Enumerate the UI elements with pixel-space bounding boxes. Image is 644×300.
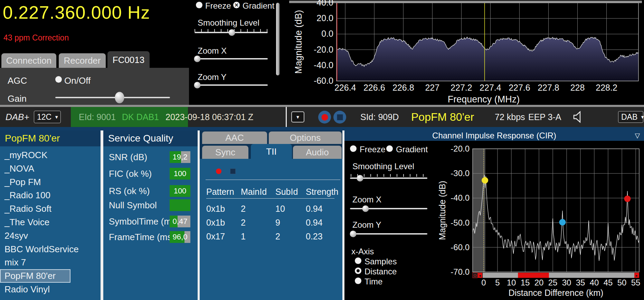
stop-icon xyxy=(337,114,343,120)
tii-cell: 0.23 xyxy=(306,231,323,242)
vertical-scale-slider[interactable] xyxy=(276,3,280,75)
svg-text:-40.0: -40.0 xyxy=(314,60,333,70)
svg-text:-60.0: -60.0 xyxy=(451,243,470,252)
svg-text:227.6: 227.6 xyxy=(509,83,530,92)
metric-value: 19,2 xyxy=(170,151,190,163)
station-list-item[interactable]: _NOVA xyxy=(0,162,101,175)
svg-text:227: 227 xyxy=(425,83,439,92)
spectrum-plot: 226.4226.6226.8227227.2227.4227.6227.822… xyxy=(288,0,644,107)
station-list-item[interactable]: BBC WorldService xyxy=(0,243,101,256)
station-list-item[interactable]: _myROCK xyxy=(0,148,101,162)
svg-text:226.8: 226.8 xyxy=(392,83,414,92)
metric-badge xyxy=(170,199,190,211)
tuner-section: 0.227.360.000 Hz 43 ppm Correction Conne… xyxy=(0,0,189,107)
svg-text:0: 0 xyxy=(481,278,486,287)
record-button[interactable] xyxy=(318,111,331,124)
station-list-item[interactable]: PopFM 80'er xyxy=(0,269,70,283)
metric-badge: 100 xyxy=(170,185,190,197)
tab-sync[interactable]: Sync xyxy=(202,146,248,159)
svg-text:⊙: ⊙ xyxy=(473,273,477,278)
gain-slider-thumb[interactable] xyxy=(115,92,124,103)
tab-recorder[interactable]: Recorder xyxy=(59,53,106,68)
station-list-item[interactable]: Radio Vinyl xyxy=(0,283,101,296)
service-quality-header: Service Quality xyxy=(103,130,198,146)
output-mode-select[interactable]: DAB▼ xyxy=(618,111,643,123)
metric-fill xyxy=(170,199,190,211)
svg-text:0.0: 0.0 xyxy=(321,29,333,38)
zoomx-thumb[interactable] xyxy=(194,56,201,62)
svg-text:55: 55 xyxy=(631,278,641,287)
gain-slider-track xyxy=(55,97,170,98)
tab-fc0013[interactable]: FC0013 xyxy=(107,51,150,68)
service-quality-row: SymbolTime (ms) 0,47 xyxy=(103,216,198,227)
tii-cell: 0x17 xyxy=(206,231,225,242)
spectrum-gradient-checkbox[interactable]: ✕ xyxy=(233,2,240,8)
station-list-item[interactable]: _Radio 100 xyxy=(0,189,101,202)
svg-text:Distance Difference (km): Distance Difference (km) xyxy=(509,288,604,298)
service-quality-row: FrameTime (ms) 96,0 xyxy=(103,231,198,243)
metric-label: SNR (dB) xyxy=(109,151,147,163)
svg-text:45: 45 xyxy=(604,278,613,287)
gain-label: Gain xyxy=(8,93,27,104)
tii-cell: 0.94 xyxy=(306,204,323,214)
smoothing-thumb[interactable] xyxy=(229,29,235,36)
svg-text:-70.0: -70.0 xyxy=(451,267,470,276)
ensemble-name: DK DAB1 xyxy=(122,107,159,127)
record-indicator-icon[interactable] xyxy=(216,169,221,174)
tab-tii[interactable]: TII xyxy=(251,144,292,159)
tii-cell: 2 xyxy=(241,204,246,214)
svg-text:Frequency (MHz): Frequency (MHz) xyxy=(448,94,520,104)
agc-option-label: On/Off xyxy=(64,75,91,86)
svg-text:226.6: 226.6 xyxy=(363,83,385,92)
tii-cell: 1 xyxy=(241,231,246,242)
stop-indicator-icon[interactable] xyxy=(230,169,236,174)
spectrum-zoomy-label: Zoom Y xyxy=(198,72,227,82)
svg-text:228.2: 228.2 xyxy=(596,83,617,92)
bitrate-label: 72 kbps xyxy=(495,107,525,127)
spectrum-zoomy-slider[interactable] xyxy=(195,81,268,89)
tab-connection[interactable]: Connection xyxy=(1,53,56,68)
frequency-display: 0.227.360.000 Hz xyxy=(3,2,150,23)
expand-dropdown-button[interactable]: ▼ xyxy=(291,111,304,122)
svg-text:5: 5 xyxy=(495,278,500,287)
tab-aac[interactable]: AAC xyxy=(202,131,267,144)
service-quality-row: RS (ok %) 100 xyxy=(103,185,198,197)
channel-select[interactable]: 12C▼ xyxy=(34,111,61,123)
service-name: PopFM 80'er xyxy=(411,107,474,127)
station-list-item[interactable]: _The Voice xyxy=(0,216,101,229)
panel-top-strip xyxy=(0,127,644,130)
speaker-icon[interactable] xyxy=(572,111,586,123)
tii-panel: AAC Options Sync TII Audio PatternMainId… xyxy=(200,130,342,300)
spectrum-zoomx-slider[interactable] xyxy=(195,55,268,63)
station-list-item[interactable]: _Pop FM xyxy=(0,175,101,189)
svg-text:-30.0: -30.0 xyxy=(451,169,470,178)
station-list-header: PopFM 80'er xyxy=(0,130,101,146)
svg-text:40: 40 xyxy=(590,278,599,287)
protection-label: EEP 3-A xyxy=(528,107,561,127)
station-list-item[interactable]: mix 7 xyxy=(0,256,101,269)
ppm-correction: 43 ppm Correction xyxy=(3,33,69,43)
svg-text:35: 35 xyxy=(576,278,585,287)
metric-value: 100 xyxy=(170,168,190,180)
zoomy-thumb[interactable] xyxy=(194,82,201,89)
svg-text:-40.0: -40.0 xyxy=(451,193,470,202)
tii-cell: 2 xyxy=(241,218,246,228)
spectrum-zoomx-label: Zoom X xyxy=(198,46,227,56)
panel-separator xyxy=(101,130,103,300)
tab-options[interactable]: Options xyxy=(269,131,342,144)
station-list: _myROCK_NOVA_Pop FM_Radio 100_Radio Soft… xyxy=(0,148,101,296)
agc-radio[interactable] xyxy=(55,76,62,83)
tii-column-header: Strength xyxy=(306,187,339,197)
tab-audio[interactable]: Audio xyxy=(293,146,342,159)
stop-button[interactable] xyxy=(333,111,346,124)
station-list-item[interactable]: 24syv xyxy=(0,229,101,243)
station-list-panel: PopFM 80'er _myROCK_NOVA_Pop FM_Radio 10… xyxy=(0,130,101,300)
svg-text:Magnitude (dB): Magnitude (dB) xyxy=(437,181,447,240)
station-list-item[interactable]: _Radio Soft xyxy=(0,202,101,216)
service-quality-row: Null Symbol xyxy=(103,199,198,211)
svg-text:-60.0: -60.0 xyxy=(314,76,333,85)
spectrum-smoothing-slider[interactable] xyxy=(195,28,268,37)
svg-text:227.8: 227.8 xyxy=(538,83,559,92)
gain-slider[interactable] xyxy=(55,93,170,102)
spectrum-freeze-radio[interactable] xyxy=(196,2,202,8)
